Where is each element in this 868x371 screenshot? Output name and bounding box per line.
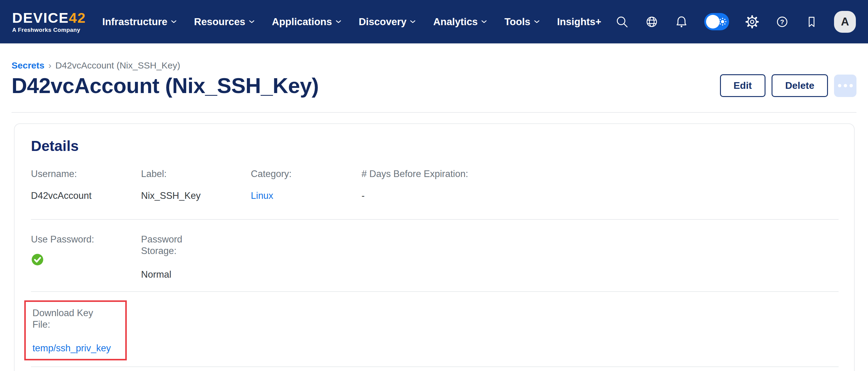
details-fields-row: Username: D42vcAccount Label: Nix_SSH_Ke… — [31, 168, 839, 202]
breadcrumb-separator: › — [48, 60, 51, 71]
bell-icon — [675, 15, 688, 29]
field-days-before-expiration: # Days Before Expiration: - — [362, 168, 839, 202]
nav-item-discovery[interactable]: Discovery — [359, 16, 416, 28]
card-divider — [31, 366, 839, 367]
top-navbar: DEVICE42 A Freshworks Company Infrastruc… — [0, 0, 868, 43]
bookmarks-button[interactable] — [805, 15, 818, 29]
help-button[interactable]: ? — [775, 15, 789, 29]
breadcrumb-secrets-link[interactable]: Secrets — [11, 60, 44, 71]
nav-item-infrastructure[interactable]: Infrastructure — [102, 16, 177, 28]
chevron-down-icon — [249, 20, 254, 23]
language-button[interactable] — [645, 15, 659, 29]
field-use-password: Use Password: — [31, 234, 141, 280]
nav-item-insights[interactable]: Insights+ — [557, 16, 601, 28]
search-icon — [615, 15, 629, 29]
avatar-initial: A — [841, 15, 849, 28]
password-fields-row: Use Password: Password Storage: Normal — [31, 234, 839, 280]
page-actions: Edit Delete — [720, 74, 857, 97]
main-nav: Infrastructure Resources Applications Di… — [102, 16, 601, 28]
ellipsis-icon — [838, 84, 841, 87]
chevron-down-icon — [171, 20, 177, 23]
details-heading: Details — [31, 124, 839, 155]
settings-button[interactable] — [745, 14, 760, 29]
field-value: Normal — [141, 269, 251, 280]
category-linux-link[interactable]: Linux — [251, 190, 273, 201]
delete-button[interactable]: Delete — [772, 74, 828, 97]
title-row: D42vcAccount (Nix_SSH_Key) Edit Delete — [11, 73, 857, 98]
gear-icon — [745, 14, 760, 29]
field-label: Label: — [141, 168, 251, 180]
chevron-down-icon — [481, 20, 487, 23]
nav-item-tools[interactable]: Tools — [504, 16, 539, 28]
logo-wordmark: DEVICE42 — [12, 11, 86, 25]
breadcrumb-current: D42vcAccount (Nix_SSH_Key) — [55, 60, 180, 71]
sun-icon — [718, 18, 727, 26]
logo-tagline: A Freshworks Company — [12, 27, 86, 33]
avatar[interactable]: A — [834, 11, 856, 33]
toggle-knob — [706, 15, 720, 29]
field-value: Nix_SSH_Key — [141, 190, 251, 202]
globe-icon — [645, 15, 659, 29]
device42-logo[interactable]: DEVICE42 A Freshworks Company — [12, 11, 86, 33]
bookmark-icon — [805, 15, 818, 29]
nav-item-analytics[interactable]: Analytics — [433, 16, 487, 28]
field-label: Label: Nix_SSH_Key — [141, 168, 251, 202]
edit-button[interactable]: Edit — [720, 74, 766, 97]
more-actions-button[interactable] — [834, 74, 857, 97]
field-label: # Days Before Expiration: — [362, 168, 839, 180]
download-key-file-link[interactable]: temp/ssh_priv_key — [32, 343, 111, 353]
svg-text:?: ? — [780, 18, 784, 26]
theme-toggle[interactable] — [704, 13, 729, 30]
page-title: D42vcAccount (Nix_SSH_Key) — [11, 73, 319, 98]
notifications-button[interactable] — [675, 15, 688, 29]
field-label: Use Password: — [31, 234, 141, 245]
card-divider — [31, 291, 839, 292]
chevron-down-icon — [410, 20, 415, 23]
page-content: Secrets › D42vcAccount (Nix_SSH_Key) D42… — [0, 60, 868, 371]
details-card: Details Username: D42vcAccount Label: Ni… — [14, 123, 855, 371]
breadcrumb: Secrets › D42vcAccount (Nix_SSH_Key) — [11, 60, 857, 71]
nav-item-resources[interactable]: Resources — [194, 16, 254, 28]
field-password-storage: Password Storage: Normal — [141, 234, 251, 280]
search-button[interactable] — [615, 15, 629, 29]
field-label: Category: — [251, 168, 362, 180]
nav-item-applications[interactable]: Applications — [272, 16, 341, 28]
chevron-down-icon — [336, 20, 341, 23]
card-divider — [31, 219, 839, 220]
field-username: Username: D42vcAccount — [31, 168, 141, 202]
logo-accent-42: 42 — [69, 10, 86, 26]
topbar-icons: ? A — [615, 11, 856, 33]
title-divider — [11, 112, 857, 113]
chevron-down-icon — [534, 20, 539, 23]
field-label: Username: — [31, 168, 141, 180]
help-icon: ? — [775, 15, 789, 29]
field-label: Download Key File: — [32, 307, 96, 330]
field-value: - — [362, 190, 839, 202]
download-key-highlight-annotation: Download Key File: temp/ssh_priv_key — [24, 300, 127, 360]
use-password-checked-icon — [31, 253, 44, 266]
field-value: D42vcAccount — [31, 190, 141, 202]
field-category: Category: Linux — [251, 168, 362, 202]
field-label: Password Storage: — [141, 234, 205, 257]
